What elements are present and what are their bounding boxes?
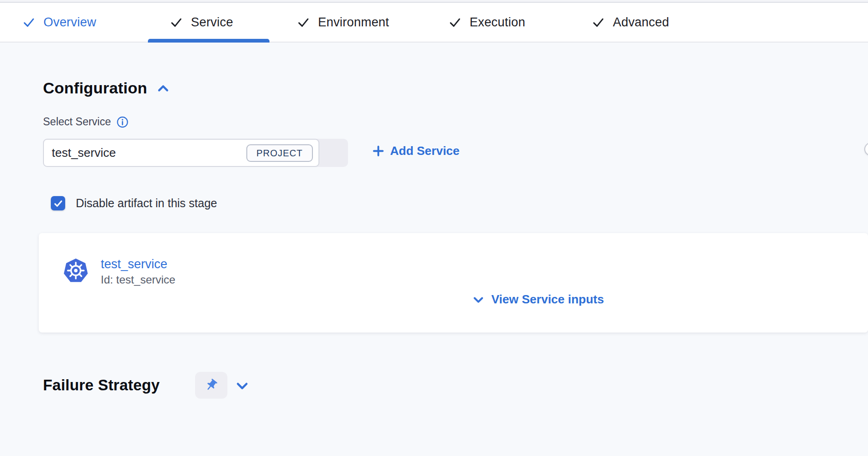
- check-icon: [449, 16, 461, 29]
- info-icon[interactable]: [116, 116, 128, 128]
- add-service-label: Add Service: [390, 144, 459, 158]
- service-input[interactable]: [52, 146, 223, 160]
- tab-overview[interactable]: Overview: [23, 3, 96, 42]
- check-icon: [53, 198, 63, 209]
- tab-label: Service: [191, 15, 233, 30]
- configuration-title: Configuration: [43, 79, 147, 97]
- failure-strategy-title: Failure Strategy: [43, 376, 160, 394]
- view-service-inputs-label: View Service inputs: [491, 292, 604, 307]
- chevron-down-icon: [235, 378, 250, 393]
- tab-label: Overview: [43, 15, 96, 30]
- configuration-header: Configuration: [43, 79, 170, 97]
- active-tab-underline: [148, 39, 269, 43]
- tab-label: Environment: [318, 15, 389, 30]
- pin-failure-strategy-button[interactable]: [195, 372, 227, 399]
- pushpin-icon: [202, 376, 221, 395]
- edge-collapse-button[interactable]: [864, 142, 868, 156]
- add-service-button[interactable]: Add Service: [372, 144, 459, 158]
- disable-artifact-row: Disable artifact in this stage: [51, 196, 217, 210]
- disable-artifact-checkbox[interactable]: [51, 196, 65, 210]
- kubernetes-icon: [63, 258, 88, 284]
- scope-badge: PROJECT: [246, 144, 313, 162]
- chevron-up-icon[interactable]: [156, 81, 170, 95]
- plus-icon: [372, 145, 385, 157]
- tab-environment[interactable]: Environment: [297, 3, 389, 42]
- disable-artifact-label: Disable artifact in this stage: [76, 197, 217, 210]
- tab-advanced[interactable]: Advanced: [592, 3, 669, 42]
- failure-strategy-expand-button[interactable]: [235, 378, 250, 393]
- service-name-link[interactable]: test_service: [101, 257, 167, 271]
- service-id-text: Id: test_service: [101, 273, 175, 286]
- check-icon: [23, 16, 35, 29]
- check-icon: [297, 16, 310, 29]
- service-select-field[interactable]: PROJECT: [43, 139, 319, 167]
- check-icon: [592, 16, 605, 29]
- stage-tabbar: Overview Service Environment Execution A…: [0, 3, 868, 43]
- service-select-control: PROJECT: [43, 139, 348, 167]
- tab-service[interactable]: Service: [170, 3, 233, 42]
- check-icon: [170, 16, 183, 29]
- tab-execution[interactable]: Execution: [449, 3, 525, 42]
- view-service-inputs-button[interactable]: View Service inputs: [472, 292, 604, 307]
- tab-label: Execution: [470, 15, 525, 30]
- select-service-label: Select Service: [43, 116, 111, 128]
- tab-label: Advanced: [613, 15, 669, 30]
- select-service-row: Select Service: [43, 116, 128, 128]
- chevron-down-icon: [472, 293, 485, 306]
